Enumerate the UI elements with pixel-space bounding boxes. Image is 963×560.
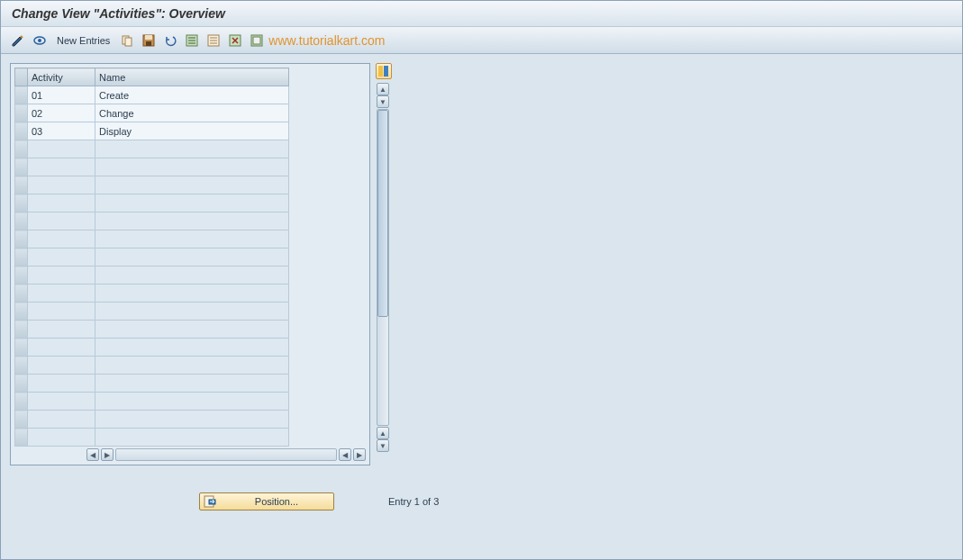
vertical-scrollbar[interactable]: ▲ ▼ ▲ ▼ (376, 83, 390, 452)
cell-empty[interactable] (28, 212, 95, 230)
cell-empty[interactable] (28, 393, 95, 411)
row-selector[interactable] (15, 122, 28, 140)
row-selector[interactable] (15, 303, 28, 321)
row-selector[interactable] (15, 285, 28, 303)
cell-empty[interactable] (28, 375, 95, 393)
column-header-activity[interactable]: Activity (28, 68, 95, 86)
row-selector[interactable] (15, 212, 28, 230)
cell-activity[interactable]: 01 (28, 86, 95, 104)
table-row[interactable]: 03Display (15, 122, 289, 140)
table-row-empty[interactable] (15, 248, 289, 266)
select-all-icon[interactable] (184, 32, 200, 49)
row-selector[interactable] (15, 357, 28, 375)
deselect-all-icon[interactable] (205, 32, 222, 49)
scroll-step-right-btn[interactable]: ◀ (339, 448, 351, 461)
cell-empty[interactable] (28, 411, 95, 429)
cell-empty[interactable] (28, 266, 95, 285)
row-selector[interactable] (15, 86, 28, 104)
cell-name[interactable]: Display (95, 122, 289, 140)
table-row-empty[interactable] (15, 393, 289, 411)
cell-empty[interactable] (28, 194, 95, 212)
v-scroll-track[interactable] (377, 109, 389, 426)
v-scroll-thumb[interactable] (377, 110, 388, 317)
cell-empty[interactable] (28, 357, 95, 375)
table-settings-icon[interactable] (376, 63, 392, 79)
cell-empty[interactable] (95, 303, 289, 321)
cell-empty[interactable] (95, 411, 289, 429)
row-selector[interactable] (15, 321, 28, 339)
cell-empty[interactable] (28, 230, 95, 248)
row-selector[interactable] (15, 140, 28, 158)
cell-empty[interactable] (95, 321, 289, 339)
table-row-empty[interactable] (15, 266, 289, 285)
cell-empty[interactable] (95, 194, 289, 212)
row-selector[interactable] (15, 194, 28, 212)
cell-empty[interactable] (95, 158, 289, 176)
cell-empty[interactable] (95, 357, 289, 375)
other-view-icon[interactable] (32, 32, 48, 49)
table-row[interactable]: 01Create (15, 86, 289, 104)
scroll-down-btn[interactable]: ▼ (377, 439, 389, 452)
cell-empty[interactable] (28, 321, 95, 339)
table-row[interactable]: 02Change (15, 104, 289, 122)
table-row-empty[interactable] (15, 285, 289, 303)
row-selector[interactable] (15, 266, 28, 285)
cell-empty[interactable] (95, 339, 289, 357)
cell-empty[interactable] (28, 285, 95, 303)
cell-name[interactable]: Change (95, 104, 289, 122)
cell-empty[interactable] (28, 176, 95, 194)
cell-empty[interactable] (95, 393, 289, 411)
position-button[interactable]: Position... (199, 492, 334, 510)
scroll-step-down-btn[interactable]: ▲ (377, 427, 389, 439)
scroll-up-btn[interactable]: ▲ (377, 83, 389, 95)
table-row-empty[interactable] (15, 158, 289, 176)
cell-empty[interactable] (95, 212, 289, 230)
cell-activity[interactable]: 02 (28, 104, 95, 122)
row-selector[interactable] (15, 429, 28, 447)
table-row-empty[interactable] (15, 321, 289, 339)
cell-empty[interactable] (28, 339, 95, 357)
row-selector[interactable] (15, 104, 28, 122)
cell-empty[interactable] (28, 429, 95, 447)
h-scroll-track[interactable] (115, 448, 337, 461)
cell-empty[interactable] (28, 158, 95, 176)
print-icon[interactable] (249, 32, 265, 49)
table-row-empty[interactable] (15, 357, 289, 375)
row-selector[interactable] (15, 375, 28, 393)
cell-empty[interactable] (28, 140, 95, 158)
row-selector[interactable] (15, 176, 28, 194)
row-selector[interactable] (15, 411, 28, 429)
cell-empty[interactable] (95, 375, 289, 393)
row-selector[interactable] (15, 393, 28, 411)
scroll-step-left-btn[interactable]: ▶ (101, 448, 114, 461)
cell-activity[interactable]: 03 (28, 122, 95, 140)
row-selector-header[interactable] (15, 68, 28, 86)
cell-empty[interactable] (95, 429, 289, 447)
cell-empty[interactable] (95, 230, 289, 248)
cell-empty[interactable] (95, 176, 289, 194)
row-selector[interactable] (15, 230, 28, 248)
table-row-empty[interactable] (15, 429, 289, 447)
cell-empty[interactable] (95, 248, 289, 266)
cell-empty[interactable] (95, 140, 289, 158)
cell-empty[interactable] (28, 303, 95, 321)
cell-empty[interactable] (95, 285, 289, 303)
undo-icon[interactable] (162, 32, 178, 49)
table-row-empty[interactable] (15, 375, 289, 393)
cell-empty[interactable] (95, 266, 289, 285)
table-row-empty[interactable] (15, 303, 289, 321)
table-row-empty[interactable] (15, 212, 289, 230)
scroll-left-btn[interactable]: ◀ (86, 448, 99, 461)
horizontal-scrollbar[interactable]: ◀ ▶ ◀ ▶ (14, 448, 366, 461)
delete-icon[interactable] (227, 32, 243, 49)
table-row-empty[interactable] (15, 230, 289, 248)
display-change-icon[interactable] (10, 32, 26, 49)
table-row-empty[interactable] (15, 194, 289, 212)
table-row-empty[interactable] (15, 339, 289, 357)
scroll-right-btn[interactable]: ▶ (353, 448, 366, 461)
table-row-empty[interactable] (15, 411, 289, 429)
row-selector[interactable] (15, 248, 28, 266)
row-selector[interactable] (15, 158, 28, 176)
cell-name[interactable]: Create (95, 86, 289, 104)
row-selector[interactable] (15, 339, 28, 357)
